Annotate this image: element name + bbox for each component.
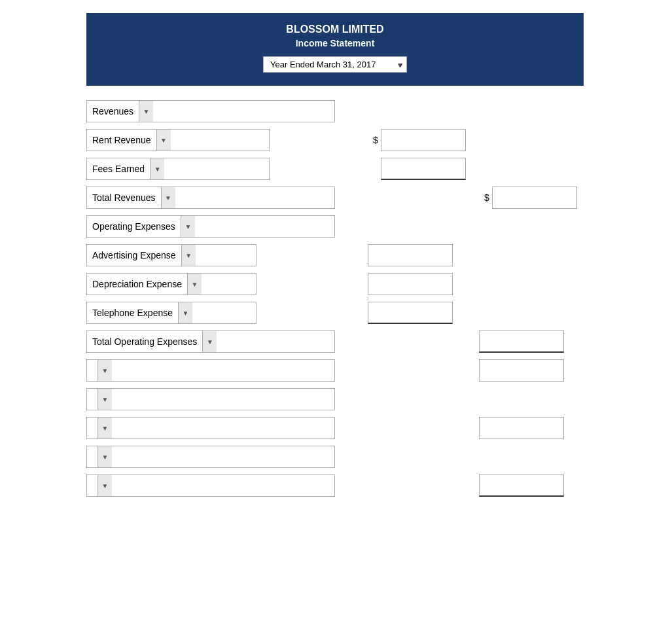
revenues-label: Revenues bbox=[87, 106, 139, 116]
telephone-expense-dropdown[interactable]: Telephone Expense ▼ bbox=[86, 302, 256, 324]
telephone-expense-col1 bbox=[368, 302, 472, 324]
telephone-expense-arrow[interactable]: ▼ bbox=[178, 302, 192, 323]
empty-row-3-dropdown[interactable]: ▼ bbox=[86, 417, 335, 439]
content-area: Revenues ▼ Rent Revenue ▼ $ Fees Earned bbox=[86, 86, 584, 498]
telephone-expense-input[interactable] bbox=[368, 302, 453, 324]
advertising-expense-input[interactable] bbox=[368, 244, 453, 266]
fees-earned-arrow[interactable]: ▼ bbox=[150, 158, 164, 179]
empty-row-5-dropdown[interactable]: ▼ bbox=[86, 474, 335, 497]
year-dropdown[interactable]: Year Ended March 31, 2017 ▼ bbox=[263, 56, 407, 73]
rent-revenue-label: Rent Revenue bbox=[87, 135, 156, 145]
total-revenues-arrow[interactable]: ▼ bbox=[161, 187, 175, 208]
empty-row-1-dropdown[interactable]: ▼ bbox=[86, 359, 335, 382]
total-revenues-label: Total Revenues bbox=[87, 192, 161, 203]
empty-row-1-col2 bbox=[479, 359, 584, 382]
empty-row-5-col2 bbox=[479, 474, 584, 497]
empty-row-3-col2 bbox=[479, 417, 584, 439]
total-operating-expenses-dropdown[interactable]: Total Operating Expenses ▼ bbox=[86, 331, 335, 353]
total-operating-expenses-row: Total Operating Expenses ▼ bbox=[86, 329, 584, 354]
empty-row-4-dropdown[interactable]: ▼ bbox=[86, 446, 335, 468]
rent-revenue-dollar: $ bbox=[373, 135, 378, 145]
total-opex-col2 bbox=[479, 331, 584, 353]
income-statement-header: BLOSSOM LIMITED Income Statement Year En… bbox=[86, 13, 584, 86]
total-revenues-row: Total Revenues ▼ $ bbox=[86, 185, 584, 210]
total-revenues-dollar: $ bbox=[484, 192, 489, 203]
rent-revenue-row: Rent Revenue ▼ $ bbox=[86, 128, 584, 152]
empty-row-2-dropdown[interactable]: ▼ bbox=[86, 388, 335, 410]
fees-earned-amount-col: $ bbox=[368, 158, 472, 180]
revenues-arrow[interactable]: ▼ bbox=[139, 101, 153, 122]
depreciation-expense-dropdown[interactable]: Depreciation Expense ▼ bbox=[86, 273, 256, 295]
total-revenues-dropdown[interactable]: Total Revenues ▼ bbox=[86, 187, 335, 209]
empty-row-3-input[interactable] bbox=[479, 417, 564, 439]
rent-revenue-input[interactable] bbox=[381, 129, 466, 151]
total-operating-expenses-label: Total Operating Expenses bbox=[87, 336, 202, 347]
operating-expenses-label: Operating Expenses bbox=[87, 221, 181, 232]
empty-row-5: ▼ bbox=[86, 473, 584, 498]
empty-row-2: ▼ bbox=[86, 387, 584, 412]
total-operating-expenses-arrow[interactable]: ▼ bbox=[202, 331, 217, 352]
empty-row-1-arrow[interactable]: ▼ bbox=[97, 360, 112, 381]
advertising-expense-row: Advertising Expense ▼ bbox=[86, 243, 584, 268]
rent-revenue-amount-col: $ bbox=[368, 129, 472, 151]
empty-row-2-arrow[interactable]: ▼ bbox=[97, 389, 112, 410]
operating-expenses-row: Operating Expenses ▼ bbox=[86, 214, 584, 239]
fees-earned-label: Fees Earned bbox=[87, 164, 150, 174]
empty-row-3: ▼ bbox=[86, 416, 584, 440]
depreciation-expense-col1 bbox=[368, 273, 472, 295]
fees-earned-input[interactable] bbox=[381, 158, 466, 180]
depreciation-expense-arrow[interactable]: ▼ bbox=[187, 274, 202, 295]
advertising-expense-arrow[interactable]: ▼ bbox=[181, 245, 196, 266]
year-dropdown-arrow: ▼ bbox=[397, 61, 404, 68]
year-select-wrapper[interactable]: Year Ended March 31, 2017 ▼ bbox=[263, 56, 407, 73]
total-revenues-col2: $ bbox=[479, 187, 584, 209]
telephone-expense-label: Telephone Expense bbox=[87, 308, 178, 318]
operating-expenses-arrow[interactable]: ▼ bbox=[181, 216, 195, 237]
advertising-expense-dropdown[interactable]: Advertising Expense ▼ bbox=[86, 244, 256, 266]
fees-earned-row: Fees Earned ▼ $ bbox=[86, 156, 584, 181]
revenues-dropdown[interactable]: Revenues ▼ bbox=[86, 100, 335, 122]
empty-row-4-arrow[interactable]: ▼ bbox=[97, 446, 112, 467]
empty-row-3-arrow[interactable]: ▼ bbox=[97, 418, 112, 438]
depreciation-expense-row: Depreciation Expense ▼ bbox=[86, 272, 584, 296]
depreciation-expense-input[interactable] bbox=[368, 273, 453, 295]
total-revenues-input[interactable] bbox=[492, 187, 577, 209]
empty-row-5-input[interactable] bbox=[479, 474, 564, 497]
revenues-row: Revenues ▼ bbox=[86, 99, 584, 124]
rent-revenue-arrow[interactable]: ▼ bbox=[156, 130, 171, 151]
empty-row-1: ▼ bbox=[86, 358, 584, 383]
empty-row-5-arrow[interactable]: ▼ bbox=[97, 475, 112, 496]
company-name: BLOSSOM LIMITED bbox=[99, 24, 571, 35]
empty-row-1-input[interactable] bbox=[479, 359, 564, 382]
telephone-expense-row: Telephone Expense ▼ bbox=[86, 300, 584, 325]
depreciation-expense-label: Depreciation Expense bbox=[87, 279, 187, 289]
fees-earned-dropdown[interactable]: Fees Earned ▼ bbox=[86, 158, 270, 180]
rent-revenue-dropdown[interactable]: Rent Revenue ▼ bbox=[86, 129, 270, 151]
advertising-expense-col1 bbox=[368, 244, 472, 266]
operating-expenses-dropdown[interactable]: Operating Expenses ▼ bbox=[86, 215, 335, 238]
advertising-expense-label: Advertising Expense bbox=[87, 250, 181, 260]
year-label-text: Year Ended March 31, 2017 bbox=[270, 60, 376, 69]
total-operating-expenses-input[interactable] bbox=[479, 331, 564, 353]
empty-row-4: ▼ bbox=[86, 444, 584, 469]
statement-title: Income Statement bbox=[99, 38, 571, 48]
